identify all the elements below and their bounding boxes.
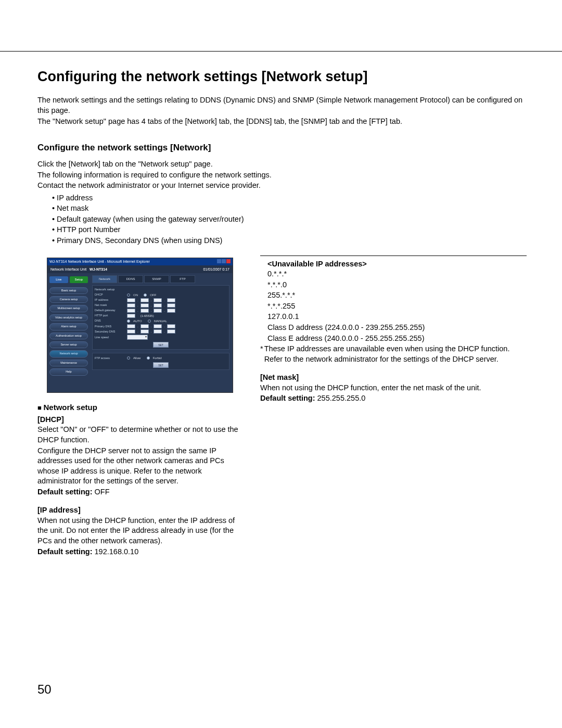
param-heading-ip: [IP address] bbox=[37, 505, 245, 516]
row-label-dhcp: DHCP bbox=[95, 293, 125, 297]
gateway-octet-input[interactable] bbox=[154, 309, 162, 313]
tab-network[interactable]: Network bbox=[92, 275, 117, 283]
ip-octet-input[interactable] bbox=[127, 298, 135, 302]
sidebar-item-basic[interactable]: Basic setup bbox=[49, 287, 88, 294]
set-button[interactable]: SET bbox=[153, 342, 169, 348]
gateway-octet-input[interactable] bbox=[167, 309, 175, 313]
row-label-dns: DNS bbox=[95, 319, 125, 323]
set-button[interactable]: SET bbox=[153, 362, 169, 368]
default-setting-label: Default setting: bbox=[37, 547, 93, 556]
linespeed-select[interactable] bbox=[127, 335, 148, 340]
unavail-line: *.*.*.0 bbox=[267, 280, 527, 290]
header-datetime: 01/01/2007 0:17 bbox=[203, 267, 229, 272]
unavailable-ip-list: 0.*.*.* *.*.*.0 255.*.*.* *.*.*.255 127.… bbox=[267, 269, 527, 343]
header-model: WJ-NT314 bbox=[90, 267, 107, 271]
sidebar-item-server[interactable]: Server setup bbox=[49, 341, 88, 348]
sdns-octet-input[interactable] bbox=[127, 329, 135, 334]
netmask-octet-input[interactable] bbox=[154, 303, 162, 308]
pdns-octet-input[interactable] bbox=[167, 324, 175, 328]
dhcp-default: Default setting: OFF bbox=[37, 487, 245, 497]
instr-line-2: The following information is required to… bbox=[37, 170, 527, 181]
tab-row: Network DDNS SNMP FTP bbox=[92, 275, 229, 283]
ftp-forbid-label: Forbid bbox=[153, 356, 162, 360]
header-left: Network Interface Unit bbox=[50, 267, 86, 271]
row-label-ip: IP address bbox=[95, 298, 125, 302]
default-setting-label: Default setting: bbox=[37, 488, 93, 496]
footnote-text: These IP addresses are unavailable even … bbox=[264, 344, 527, 364]
netmask-octet-input[interactable] bbox=[167, 303, 175, 308]
maximize-icon[interactable] bbox=[222, 259, 226, 263]
section-heading-network: Configure the network settings [Network] bbox=[37, 142, 527, 154]
http-port-input[interactable] bbox=[127, 314, 135, 318]
pdns-octet-input[interactable] bbox=[154, 324, 162, 328]
app-header: Network Interface Unit WJ-NT314 01/01/20… bbox=[47, 265, 233, 273]
gateway-octet-input[interactable] bbox=[140, 309, 149, 313]
gateway-octet-input[interactable] bbox=[127, 309, 135, 313]
tab-snmp[interactable]: SNMP bbox=[144, 275, 169, 283]
sidebar-item-network[interactable]: Network setup bbox=[49, 350, 88, 357]
unavail-line: 255.*.*.* bbox=[267, 290, 527, 301]
intro-paragraph-2: The "Network setup" page has 4 tabs of t… bbox=[37, 117, 527, 127]
unavail-line: 127.0.0.1 bbox=[267, 312, 527, 322]
unavail-line: 0.*.*.* bbox=[267, 269, 527, 279]
sidebar-item-alarm[interactable]: Alarm setup bbox=[49, 323, 88, 330]
ip-octet-input[interactable] bbox=[140, 298, 149, 302]
param-heading-dhcp: [DHCP] bbox=[37, 415, 245, 425]
dhcp-on-label: ON bbox=[133, 293, 138, 297]
tab-ftp[interactable]: FTP bbox=[170, 275, 195, 283]
network-setup-screenshot: WJ-NT314 Network Interface Unit - Micros… bbox=[47, 258, 233, 393]
dns-manual-radio[interactable] bbox=[148, 320, 151, 323]
ftp-allow-label: Allow bbox=[133, 356, 140, 360]
netmask-description: When not using the DHCP function, enter … bbox=[260, 383, 527, 393]
dns-auto-label: AUTO bbox=[133, 319, 142, 323]
sdns-octet-input[interactable] bbox=[154, 329, 162, 334]
list-item: Default gateway (when using the gateway … bbox=[52, 214, 527, 225]
default-setting-value: 192.168.0.10 bbox=[93, 547, 139, 556]
window-titlebar: WJ-NT314 Network Interface Unit - Micros… bbox=[47, 258, 233, 265]
window-buttons bbox=[216, 259, 231, 264]
setup-button[interactable]: Setup bbox=[70, 276, 88, 283]
dns-auto-radio[interactable] bbox=[127, 320, 130, 323]
dhcp-off-radio[interactable] bbox=[144, 293, 147, 297]
netmask-octet-input[interactable] bbox=[140, 303, 149, 308]
ftp-forbid-radio[interactable] bbox=[147, 356, 150, 360]
page-title: Configuring the network settings [Networ… bbox=[37, 67, 527, 86]
tab-ddns[interactable]: DDNS bbox=[118, 275, 143, 283]
sidebar-item-multiscreen[interactable]: Multiscreen setup bbox=[49, 305, 88, 312]
ftp-allow-radio[interactable] bbox=[127, 356, 130, 360]
close-icon[interactable] bbox=[226, 259, 231, 263]
sidebar-item-video-analytics[interactable]: Video analytics setup bbox=[49, 314, 88, 321]
unavail-line: *.*.*.255 bbox=[267, 301, 527, 312]
pdns-octet-input[interactable] bbox=[127, 324, 135, 328]
minimize-icon[interactable] bbox=[217, 259, 221, 263]
ip-octet-input[interactable] bbox=[154, 298, 162, 302]
netmask-octet-input[interactable] bbox=[127, 303, 135, 308]
default-setting-label: Default setting: bbox=[260, 394, 315, 402]
sidebar-item-camera[interactable]: Camera setup bbox=[49, 296, 88, 303]
row-label-http: HTTP port bbox=[95, 314, 125, 317]
dhcp-on-radio[interactable] bbox=[127, 293, 130, 297]
live-button[interactable]: Live bbox=[49, 276, 68, 283]
sidebar-item-authentication[interactable]: Authentication setup bbox=[49, 333, 88, 339]
panel-title: Network setup bbox=[95, 287, 227, 291]
row-label-pdns: Primary DNS bbox=[95, 325, 125, 328]
dhcp-description-1: Select "ON" or "OFF" to determine whethe… bbox=[37, 425, 245, 445]
ftp-panel: FTP access Allow Forbid SET bbox=[92, 353, 229, 370]
window-title-text: WJ-NT314 Network Interface Unit - Micros… bbox=[49, 259, 150, 264]
instr-line-3: Contact the network administrator or you… bbox=[37, 181, 527, 191]
param-heading-netmask: [Net mask] bbox=[260, 373, 527, 383]
row-label-sdns: Secondary DNS bbox=[95, 330, 125, 334]
sidebar-item-help[interactable]: Help bbox=[49, 368, 88, 375]
footnote: * These IP addresses are unavailable eve… bbox=[260, 344, 527, 364]
ip-octet-input[interactable] bbox=[167, 298, 175, 302]
sidebar: Live Setup Basic setup Camera setup Mult… bbox=[47, 273, 90, 390]
pdns-octet-input[interactable] bbox=[140, 324, 149, 328]
intro-paragraph-1: The network settings and the settings re… bbox=[37, 95, 527, 116]
sdns-octet-input[interactable] bbox=[167, 329, 175, 334]
sdns-octet-input[interactable] bbox=[140, 329, 149, 334]
sidebar-item-maintenance[interactable]: Maintenance bbox=[49, 360, 88, 366]
thin-rule bbox=[260, 256, 527, 256]
asterisk-icon: * bbox=[260, 344, 264, 364]
default-setting-value: OFF bbox=[93, 488, 110, 496]
ip-default: Default setting: 192.168.0.10 bbox=[37, 547, 245, 557]
